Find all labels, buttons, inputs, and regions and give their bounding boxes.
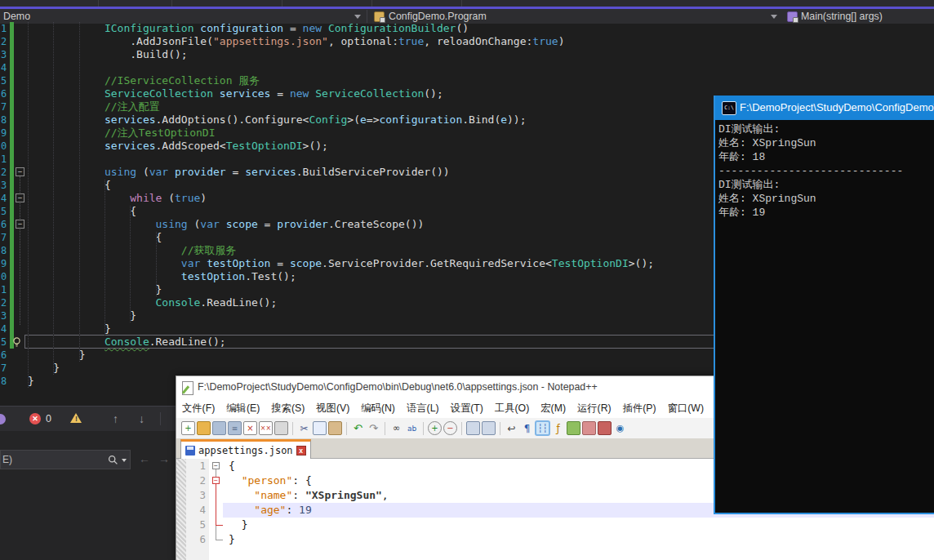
document-map-icon[interactable]: [567, 421, 580, 435]
open-file-icon[interactable]: [197, 421, 211, 435]
tab-appsettings-json[interactable]: appsettings.json x: [180, 439, 311, 459]
replace-icon[interactable]: ab: [405, 421, 419, 435]
fold-collapse-icon[interactable]: −: [16, 220, 24, 229]
zoom-in-icon[interactable]: +: [428, 421, 442, 435]
save-icon[interactable]: [212, 421, 226, 435]
json-token: [229, 489, 254, 501]
menu-item[interactable]: 视图(V): [310, 402, 355, 416]
vs-document-tabstrip[interactable]: [0, 0, 934, 7]
sync-vertical-icon[interactable]: [466, 421, 480, 435]
close-icon[interactable]: ×: [243, 421, 257, 435]
code-token: =: [270, 87, 289, 100]
code-text: }: [28, 362, 60, 375]
console-output[interactable]: DI测试输出:姓名: XSpringSun年龄: 18-------------…: [718, 122, 934, 513]
project-dropdown-arrow-icon[interactable]: [354, 15, 361, 19]
menu-item[interactable]: 文件(F): [176, 402, 220, 416]
indent-guide: [28, 22, 29, 388]
code-token: {: [105, 179, 111, 191]
document-list-icon[interactable]: [582, 421, 596, 435]
menu-item[interactable]: 运行(R): [572, 402, 617, 416]
previous-item-button[interactable]: ↑: [113, 407, 118, 431]
menu-item[interactable]: 工具(O): [489, 402, 535, 416]
line-number: 5: [1, 205, 7, 218]
line-number: 6: [1, 218, 7, 231]
code-token: services: [105, 113, 156, 126]
code-token: true: [175, 192, 200, 204]
code-text: Console.ReadLine();: [28, 296, 277, 309]
toolbar-separator: [160, 412, 161, 425]
json-line[interactable]: 6}: [176, 532, 934, 547]
save-all-icon[interactable]: ≡: [228, 421, 242, 435]
next-item-button[interactable]: ↓: [139, 407, 145, 431]
new-file-icon[interactable]: +: [181, 421, 195, 435]
json-text: }: [229, 518, 247, 532]
monitoring-icon[interactable]: ◉: [613, 421, 627, 435]
console-titlebar[interactable]: C:\ F:\DemoProject\StudyDemo\ConfigDemo\: [715, 96, 934, 120]
code-line[interactable]: 1 IConfiguration configuration = new Con…: [0, 22, 934, 35]
line-number: 7: [1, 362, 7, 375]
menu-item[interactable]: 宏(M): [535, 402, 572, 416]
code-token: using: [156, 218, 188, 230]
json-line[interactable]: 5 }: [176, 518, 934, 532]
menu-item[interactable]: 搜索(S): [265, 402, 310, 416]
indent-guide-icon[interactable]: ┆┆: [536, 421, 549, 435]
line-number: 2: [1, 296, 7, 309]
close-all-icon[interactable]: ××: [259, 421, 273, 435]
code-line[interactable]: 4: [0, 61, 934, 74]
errors-count[interactable]: 0: [46, 407, 51, 431]
forward-arrow-icon[interactable]: →: [158, 452, 170, 465]
code-token: true: [532, 35, 558, 47]
lightbulb-icon[interactable]: [11, 336, 22, 350]
search-options-arrow-icon[interactable]: [122, 459, 127, 462]
code-line[interactable]: 3 .Build();: [0, 48, 934, 61]
code-token: using: [105, 166, 136, 178]
menu-item[interactable]: 语言(L): [401, 402, 445, 416]
menu-item[interactable]: 编码(N): [355, 402, 401, 416]
zoom-out-icon[interactable]: −: [443, 421, 457, 435]
menu-item[interactable]: 窗口(W): [662, 402, 709, 416]
code-token: e: [500, 113, 507, 126]
fold-collapse-icon[interactable]: −: [212, 477, 220, 484]
menu-item[interactable]: 设置(T): [445, 402, 489, 416]
folder-as-workspace-icon[interactable]: [598, 421, 612, 435]
undo-icon[interactable]: ↶: [351, 421, 365, 435]
type-dropdown-arrow-icon[interactable]: [771, 15, 777, 19]
warning-exclamation: !: [75, 415, 78, 423]
show-all-characters-icon[interactable]: ¶: [520, 421, 534, 435]
code-token: .ReadLine();: [149, 336, 226, 348]
code-line[interactable]: 5 //IServiceCollection 服务: [0, 74, 934, 87]
json-token: ,: [382, 489, 389, 501]
fold-collapse-icon[interactable]: −: [16, 193, 24, 202]
search-icon[interactable]: [108, 454, 118, 469]
tab-close-icon[interactable]: x: [296, 446, 306, 456]
sync-horizontal-icon[interactable]: [482, 421, 496, 435]
redo-icon[interactable]: ↷: [367, 421, 380, 435]
menu-item[interactable]: 插件(P): [617, 402, 662, 416]
code-text: {: [28, 231, 162, 244]
errors-icon[interactable]: ✕: [29, 413, 41, 424]
function-list-icon[interactable]: ƒ: [551, 421, 565, 435]
line-number: 1: [1, 283, 7, 296]
code-token: .Build();: [130, 48, 187, 60]
code-token: Console: [156, 296, 201, 309]
code-token: (: [188, 218, 201, 230]
menu-item[interactable]: 编辑(E): [220, 402, 265, 416]
code-line[interactable]: 2 .AddJsonFile("appsettings.json", optio…: [0, 35, 934, 48]
paste-icon[interactable]: [328, 421, 342, 435]
json-token: :: [292, 489, 305, 501]
console-line: DI测试输出:: [718, 178, 934, 192]
notepadpp-app-icon: [182, 381, 193, 395]
find-icon[interactable]: ∞: [389, 421, 403, 435]
suggestion-bulb-icon[interactable]: [0, 414, 6, 424]
fold-collapse-icon[interactable]: −: [16, 167, 24, 176]
word-wrap-icon[interactable]: ↩: [505, 421, 518, 435]
code-token: .AddScoped<: [156, 140, 226, 152]
fold-collapse-icon[interactable]: −: [212, 462, 220, 469]
code-text: {: [28, 205, 136, 218]
cut-icon[interactable]: ✂: [297, 421, 311, 435]
copy-icon[interactable]: [313, 421, 327, 435]
back-arrow-icon[interactable]: ←: [139, 452, 150, 465]
code-text: }: [28, 322, 111, 336]
print-icon[interactable]: [274, 421, 288, 435]
console-line: 姓名: XSpringSun: [718, 192, 934, 206]
